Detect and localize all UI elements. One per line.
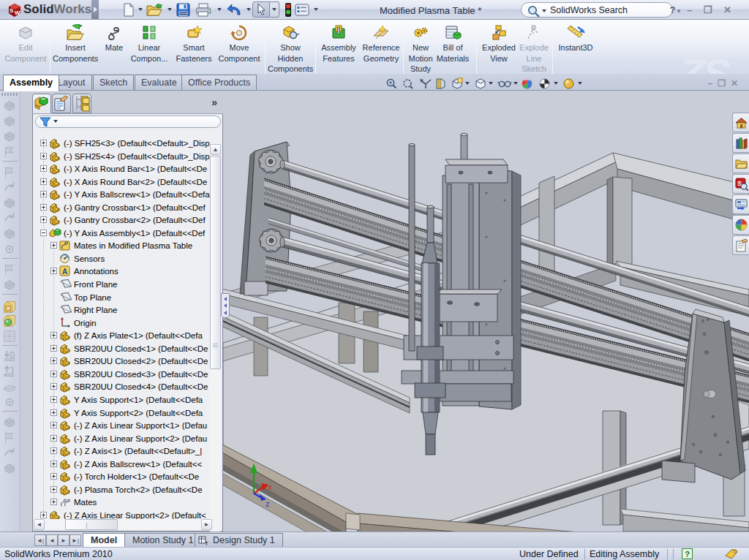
svg-text:X: X [268, 484, 272, 491]
svg-text:T: T [205, 540, 208, 546]
svg-text:S: S [10, 7, 14, 14]
svg-text:Z: Z [266, 501, 270, 508]
svg-text:A: A [62, 268, 67, 276]
svg-text:W: W [15, 10, 20, 16]
